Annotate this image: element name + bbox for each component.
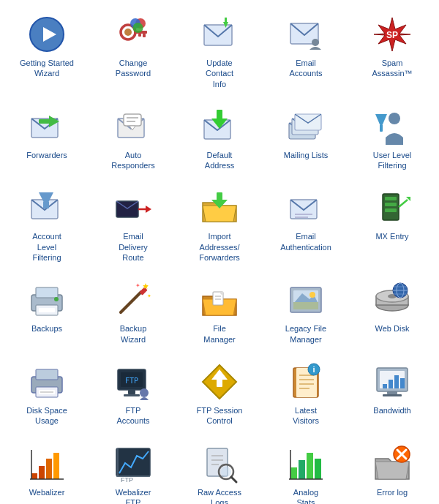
svg-rect-128 [299, 460, 305, 479]
mx-entry-label: MX Entry [375, 231, 408, 241]
svg-rect-36 [43, 201, 49, 208]
change-password[interactable]: ChangePassword [90, 7, 176, 99]
svg-text:FTP: FTP [121, 476, 133, 484]
spam-assassin[interactable]: SP SpamAssassin™ [349, 7, 435, 99]
analog-stats-label: AnalogStats [293, 487, 318, 504]
update-contact-icon [200, 15, 239, 54]
error-log[interactable]: Error log [349, 437, 435, 504]
webalizer-ftp[interactable]: FTP WebalizerFTP [90, 437, 176, 504]
svg-rect-70 [293, 302, 318, 309]
svg-rect-21 [124, 114, 141, 126]
mx-entry[interactable]: MX Entry [349, 181, 435, 273]
default-address-icon [200, 107, 239, 146]
svg-rect-54 [39, 308, 55, 312]
svg-rect-19 [39, 119, 50, 124]
account-level-filtering[interactable]: AccountLevelFiltering [4, 181, 90, 273]
disk-space-usage-label: Disk SpaceUsage [26, 405, 67, 426]
svg-line-56 [121, 292, 141, 312]
svg-rect-130 [315, 459, 321, 479]
svg-rect-33 [380, 124, 383, 132]
ftp-accounts[interactable]: FTP FTPAccounts [90, 355, 176, 437]
auto-responders[interactable]: AutoResponders [90, 99, 176, 181]
svg-rect-105 [389, 380, 393, 388]
auto-responders-icon [113, 107, 153, 146]
update-contact-info[interactable]: UpdateContactInfo [176, 7, 263, 99]
email-accounts-icon [286, 15, 326, 54]
svg-line-126 [231, 477, 236, 482]
latest-visitors[interactable]: i LatestVisitors [263, 355, 349, 437]
svg-rect-47 [385, 203, 397, 206]
import-addresses-label: ImportAddresses/Forwarders [199, 231, 240, 263]
email-authentication[interactable]: EmailAuthentication [263, 181, 349, 273]
raw-access-logs-label: Raw AccessLogs [198, 487, 241, 504]
bandwidth-icon [372, 362, 412, 402]
raw-access-logs-icon [200, 444, 239, 484]
latest-visitors-label: LatestVisitors [293, 405, 319, 426]
svg-text:✦: ✦ [147, 293, 151, 298]
svg-text:✦: ✦ [143, 282, 149, 290]
email-delivery-route-icon [113, 188, 153, 227]
spam-assassin-icon: SP [372, 15, 412, 54]
icon-grid: Getting StartedWizard ChangePassword [0, 0, 439, 504]
svg-rect-107 [400, 378, 405, 388]
forwarders[interactable]: Forwarders [4, 99, 90, 181]
webalizer[interactable]: Webalizer [4, 437, 90, 504]
svg-marker-32 [375, 114, 387, 124]
svg-point-90 [140, 388, 149, 397]
svg-marker-39 [146, 206, 151, 213]
svg-rect-104 [383, 384, 387, 388]
account-level-filtering-icon [27, 188, 67, 227]
getting-started-wizard[interactable]: Getting StartedWizard [4, 7, 90, 99]
email-delivery-route[interactable]: EmailDeliveryRoute [90, 181, 176, 273]
update-contact-label: UpdateContactInfo [206, 58, 233, 89]
web-disk-label: Web Disk [375, 323, 410, 334]
svg-rect-127 [290, 467, 297, 479]
forwarders-label: Forwarders [26, 150, 67, 160]
change-password-label: ChangePassword [116, 58, 151, 79]
raw-access-logs[interactable]: Raw AccessLogs [176, 437, 263, 504]
ftp-session-control-label: FTP SessionControl [197, 405, 243, 426]
spam-assassin-label: SpamAssassin™ [372, 58, 412, 79]
mailing-lists[interactable]: Mailing Lists [263, 99, 349, 181]
svg-point-31 [389, 113, 400, 124]
disk-space-usage-icon [27, 362, 67, 402]
default-address-label: DefaultAddress [205, 150, 234, 171]
webalizer-label: Webalizer [29, 487, 65, 497]
backups-label: Backups [31, 323, 62, 334]
file-manager-icon [200, 280, 239, 320]
user-level-filtering[interactable]: User LevelFiltering [349, 99, 435, 181]
bandwidth[interactable]: Bandwidth [349, 355, 435, 437]
ftp-session-control[interactable]: FTP SessionControl [176, 355, 263, 437]
import-addresses-icon [200, 188, 239, 227]
email-accounts-label: EmailAccounts [289, 58, 322, 79]
backups[interactable]: Backups [4, 273, 90, 355]
file-manager-label: FileManager [203, 323, 235, 345]
svg-text:✦: ✦ [135, 282, 140, 289]
svg-rect-113 [53, 453, 59, 479]
svg-rect-5 [143, 34, 146, 37]
svg-rect-111 [39, 466, 45, 479]
legacy-file-manager-icon [286, 280, 326, 320]
web-disk[interactable]: Web Disk [349, 273, 435, 355]
svg-text:FTP: FTP [125, 377, 138, 385]
mx-entry-icon [372, 188, 412, 227]
svg-rect-6 [138, 34, 141, 37]
file-manager[interactable]: FileManager [176, 273, 263, 355]
default-address[interactable]: DefaultAddress [176, 99, 263, 181]
webalizer-ftp-label: WebalizerFTP [116, 487, 151, 504]
legacy-file-manager[interactable]: Legacy FileManager [263, 273, 349, 355]
analog-stats[interactable]: AnalogStats [263, 437, 349, 504]
email-accounts[interactable]: EmailAccounts [263, 7, 349, 99]
svg-rect-46 [385, 197, 397, 200]
webalizer-ftp-icon: FTP [113, 444, 153, 484]
svg-text:i: i [312, 365, 315, 374]
auto-responders-label: AutoResponders [111, 150, 154, 171]
svg-rect-12 [225, 18, 227, 23]
import-addresses[interactable]: ImportAddresses/Forwarders [176, 181, 263, 273]
email-authentication-icon [286, 188, 326, 227]
backup-wizard[interactable]: ✦ ✦ ✦ BackupWizard [90, 273, 176, 355]
ftp-accounts-label: FTPAccounts [116, 405, 149, 426]
disk-space-usage[interactable]: Disk SpaceUsage [4, 355, 90, 437]
account-level-filtering-label: AccountLevelFiltering [32, 231, 61, 263]
backups-icon [27, 280, 67, 320]
